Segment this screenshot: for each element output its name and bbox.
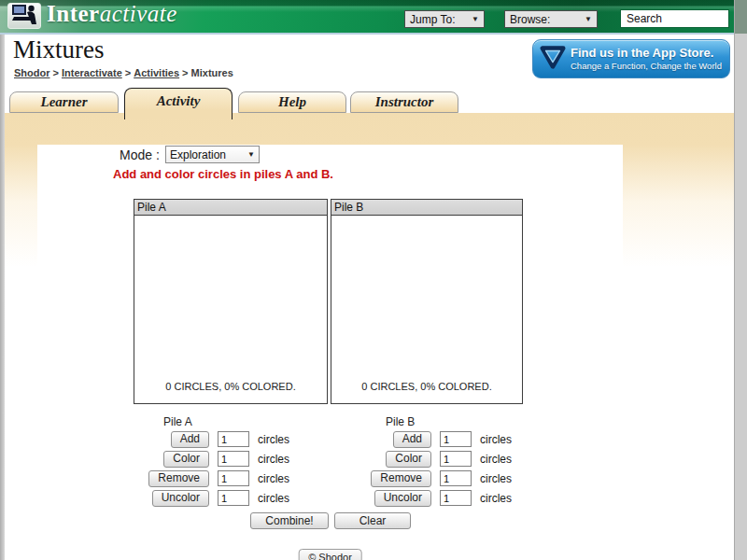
unit-label: circles <box>258 433 289 446</box>
combine-button[interactable]: Combine! <box>250 512 329 529</box>
scrollbar-top-cap <box>735 0 747 34</box>
pile-b-color-button[interactable]: Color <box>386 451 431 468</box>
app-store-badge-text: Find us in the App Store. Change a Funct… <box>571 46 722 72</box>
dropdown-arrow-icon: ▼ <box>247 150 255 159</box>
tab-learner[interactable]: Learner <box>9 91 119 113</box>
page-title: Mixtures <box>13 35 105 64</box>
mode-label: Mode : <box>120 147 160 162</box>
breadcrumb-link-shodor[interactable]: Shodor <box>14 67 50 78</box>
pile-b-uncolor-row: Uncolor circles <box>364 489 512 507</box>
pile-a-add-button[interactable]: Add <box>171 431 209 448</box>
unit-label: circles <box>258 472 289 485</box>
left-window-edge <box>0 35 5 560</box>
pile-a-remove-row: Remove circles <box>142 469 289 487</box>
pile-a-remove-button[interactable]: Remove <box>148 470 209 487</box>
breadcrumb-link-activities[interactable]: Activities <box>134 67 179 78</box>
pile-a-canvas[interactable]: Pile A 0 CIRCLES, 0% COLORED. <box>134 199 328 404</box>
app-store-badge-line1: Find us in the App Store. <box>571 46 722 61</box>
pile-b-uncolor-button[interactable]: Uncolor <box>374 490 431 507</box>
pile-b-remove-button[interactable]: Remove <box>371 470 431 487</box>
browse-label: Browse: <box>510 13 550 26</box>
pile-b-add-button[interactable]: Add <box>393 431 431 448</box>
pile-b-add-count-input[interactable] <box>440 431 472 447</box>
unit-label: circles <box>480 492 512 505</box>
app-store-badge[interactable]: Find us in the App Store. Change a Funct… <box>532 39 730 78</box>
browse-dropdown[interactable]: Browse: ▼ <box>504 10 598 28</box>
pile-a-uncolor-button[interactable]: Uncolor <box>152 490 209 507</box>
pile-a-uncolor-count-input[interactable] <box>218 490 249 506</box>
unit-label: circles <box>258 453 289 466</box>
breadcrumb: Shodor>Interactivate>Activities>Mixtures <box>14 67 233 78</box>
pile-b-add-row: Add circles <box>364 430 512 448</box>
pile-b-controls: Add circles Color circles Remove circles… <box>364 430 512 509</box>
pile-a-uncolor-row: Uncolor circles <box>142 489 289 507</box>
brand-wordmark[interactable]: Interactivate <box>47 1 177 27</box>
pile-b-remove-row: Remove circles <box>364 469 512 487</box>
title-area: Mixtures Shodor>Interactivate>Activities… <box>5 35 734 86</box>
jump-to-dropdown[interactable]: Jump To: ▼ <box>404 10 485 28</box>
shodor-footer-button[interactable]: © Shodor <box>298 549 362 560</box>
pile-a-status: 0 CIRCLES, 0% COLORED. <box>134 381 327 392</box>
pile-a-header: Pile A <box>134 200 327 216</box>
jump-to-label: Jump To: <box>410 13 455 26</box>
unit-label: circles <box>480 472 512 485</box>
site-header: Interactivate Jump To: ▼ Browse: ▼ <box>0 0 734 35</box>
app-store-logo-icon <box>539 44 567 74</box>
breadcrumb-separator: > <box>122 67 134 78</box>
pile-a-controls: Add circles Color circles Remove circles… <box>142 430 289 509</box>
site-logo[interactable] <box>7 3 41 29</box>
scrollbar-track[interactable] <box>734 0 747 560</box>
page: Interactivate Jump To: ▼ Browse: ▼ Mixtu… <box>0 0 747 560</box>
unit-label: circles <box>480 433 512 446</box>
search-input[interactable] <box>620 9 729 28</box>
pile-b-status: 0 CIRCLES, 0% COLORED. <box>331 381 522 392</box>
pile-a-remove-count-input[interactable] <box>218 470 249 486</box>
brand-bold: Inter <box>47 1 100 26</box>
pile-b-remove-count-input[interactable] <box>440 470 472 486</box>
tab-activity-label: Activity <box>157 93 201 109</box>
pile-a-color-button[interactable]: Color <box>163 451 209 468</box>
breadcrumb-link-interactivate[interactable]: Interactivate <box>62 67 122 78</box>
breadcrumb-current: Mixtures <box>191 67 233 78</box>
activity-content: Mode : Exploration ▼ Add and color circl… <box>37 145 623 560</box>
pile-b-header: Pile B <box>331 200 522 216</box>
breadcrumb-separator: > <box>179 67 190 78</box>
tab-instructor-label: Instructor <box>375 94 434 110</box>
breadcrumb-separator: > <box>50 67 62 78</box>
tab-help[interactable]: Help <box>238 91 346 113</box>
pile-b-canvas[interactable]: Pile B 0 CIRCLES, 0% COLORED. <box>331 199 523 404</box>
pile-a-color-row: Color circles <box>142 450 289 468</box>
pile-b-controls-label: Pile B <box>386 415 415 428</box>
dropdown-arrow-icon: ▼ <box>585 15 592 23</box>
app-store-badge-line2: Change a Function, Change the World <box>571 61 722 72</box>
unit-label: circles <box>258 492 289 505</box>
tab-learner-label: Learner <box>41 94 88 110</box>
unit-label: circles <box>480 453 512 466</box>
pile-a-add-row: Add circles <box>142 430 289 448</box>
mode-select[interactable]: Exploration ▼ <box>165 146 260 163</box>
tab-instructor[interactable]: Instructor <box>350 91 458 113</box>
pile-a-add-count-input[interactable] <box>218 431 249 447</box>
computer-person-icon <box>11 4 37 29</box>
pile-b-color-row: Color circles <box>364 450 512 468</box>
brand-italic: activate <box>100 1 177 26</box>
clear-button[interactable]: Clear <box>334 512 411 529</box>
mode-select-value: Exploration <box>170 148 226 161</box>
pile-b-uncolor-count-input[interactable] <box>440 490 472 506</box>
tab-activity[interactable]: Activity <box>124 88 233 119</box>
dropdown-arrow-icon: ▼ <box>472 15 479 23</box>
pile-b-color-count-input[interactable] <box>440 451 472 467</box>
pile-a-controls-label: Pile A <box>163 415 192 428</box>
instruction-text: Add and color circles in piles A and B. <box>113 167 333 181</box>
pile-a-color-count-input[interactable] <box>218 451 249 467</box>
tab-help-label: Help <box>278 94 306 110</box>
